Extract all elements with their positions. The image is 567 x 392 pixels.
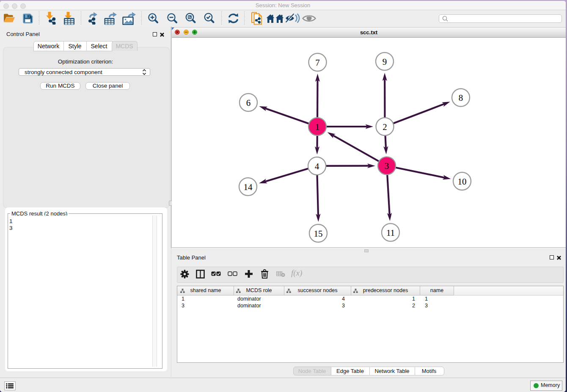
svg-text:2: 2 [383,122,387,132]
svg-text:14: 14 [244,182,253,192]
svg-text:8: 8 [459,93,463,103]
svg-text:6: 6 [246,98,251,108]
svg-text:9: 9 [383,57,387,67]
svg-text:7: 7 [315,58,320,68]
svg-text:10: 10 [458,177,467,187]
svg-text:4: 4 [315,161,319,171]
svg-text:1: 1 [315,122,320,132]
svg-text:15: 15 [314,229,323,239]
svg-text:3: 3 [385,161,389,171]
svg-text:11: 11 [386,228,395,238]
